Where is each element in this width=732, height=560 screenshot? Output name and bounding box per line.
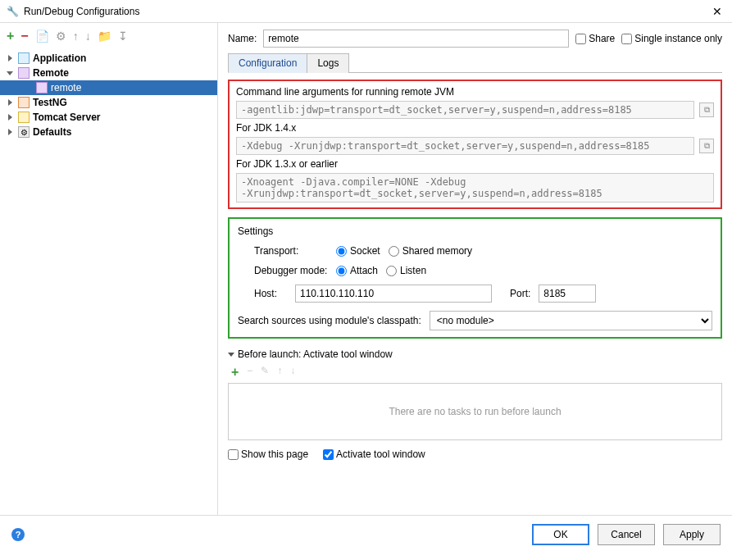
before-launch-header[interactable]: Before launch: Activate tool window (228, 348, 722, 360)
tree-label: TestNG (33, 97, 67, 108)
tree-node-remote[interactable]: remote (0, 80, 217, 95)
ok-button[interactable]: OK (532, 524, 589, 545)
tab-configuration[interactable]: Configuration (228, 53, 307, 73)
share-checkbox[interactable]: Share (575, 33, 615, 44)
settings-title: Settings (238, 225, 712, 237)
add-config-button[interactable]: + (7, 30, 14, 43)
tree-label: Application (33, 52, 86, 64)
tree-node-application[interactable]: Application (0, 51, 217, 66)
transport-socket-radio[interactable]: Socket (336, 245, 380, 257)
move-up-icon: ↑ (277, 365, 282, 380)
move-down-icon[interactable]: ↓ (85, 30, 91, 42)
edit-defaults-icon[interactable]: ⚙ (56, 30, 66, 42)
cmd-value-jdk13[interactable]: -Xnoagent -Djava.compiler=NONE -Xdebug -… (236, 173, 714, 203)
right-pane: Name: Share Single instance only Configu… (218, 23, 732, 515)
tree-label: Remote (33, 67, 69, 79)
chevron-right-icon[interactable] (5, 112, 15, 122)
name-input[interactable] (263, 30, 569, 48)
config-toolbar: + − 📄 ⚙ ↑ ↓ 📁 ↧ (0, 23, 217, 49)
edit-task-icon: ✎ (261, 365, 269, 380)
copy-icon[interactable]: ⧉ (699, 102, 714, 117)
copy-config-icon[interactable]: 📄 (35, 30, 49, 42)
settings-section: Settings Transport: Socket Shared memory… (228, 217, 722, 339)
transport-label: Transport: (238, 245, 328, 257)
cancel-button[interactable]: Cancel (598, 524, 655, 545)
classpath-label: Search sources using module's classpath: (238, 315, 421, 326)
show-this-page-checkbox[interactable]: Show this page (228, 448, 308, 460)
testng-icon (18, 97, 30, 108)
folder-icon[interactable]: 📁 (98, 30, 111, 42)
application-icon (18, 52, 30, 64)
tree-node-tomcat[interactable]: Tomcat Server (0, 110, 217, 125)
copy-icon[interactable]: ⧉ (699, 139, 714, 153)
mode-attach-radio[interactable]: Attach (336, 265, 378, 276)
cmd-value-main[interactable]: -agentlib:jdwp=transport=dt_socket,serve… (236, 101, 694, 119)
share-label: Share (589, 33, 615, 44)
app-icon: 🔧 (7, 6, 19, 17)
help-icon[interactable]: ? (11, 528, 25, 541)
remove-task-button: − (247, 365, 252, 380)
add-task-button[interactable]: + (231, 365, 239, 380)
tab-logs[interactable]: Logs (307, 53, 349, 73)
module-select[interactable]: <no module> (430, 311, 712, 330)
name-label: Name: (228, 33, 257, 44)
activate-tool-window-checkbox[interactable]: Activate tool window (323, 448, 425, 460)
chevron-right-icon[interactable] (5, 53, 15, 63)
chevron-down-icon (228, 353, 234, 357)
tabs: Configuration Logs (228, 52, 722, 73)
mode-label: Debugger mode: (238, 265, 328, 276)
host-label: Host: (238, 288, 287, 299)
tree-label: Defaults (33, 126, 71, 138)
empty-text: There are no tasks to run before launch (389, 406, 561, 417)
before-launch-title: Before launch: Activate tool window (238, 348, 393, 360)
move-down-icon: ↓ (290, 365, 295, 380)
single-instance-checkbox[interactable]: Single instance only (621, 33, 722, 44)
chevron-right-icon[interactable] (5, 127, 15, 137)
before-launch-toolbar: + − ✎ ↑ ↓ (228, 360, 722, 383)
chevron-right-icon[interactable] (5, 98, 15, 107)
config-tree[interactable]: Application Remote remote TestNG Tomcat … (0, 49, 217, 515)
window-title: Run/Debug Configurations (24, 6, 139, 17)
transport-shared-radio[interactable]: Shared memory (389, 245, 472, 257)
port-label: Port: (510, 288, 530, 299)
tomcat-icon (18, 112, 30, 123)
tree-node-testng[interactable]: TestNG (0, 95, 217, 110)
cmd-label-jdk14: For JDK 1.4.x (236, 122, 714, 134)
host-input[interactable] (295, 285, 492, 303)
left-pane: + − 📄 ⚙ ↑ ↓ 📁 ↧ Application Remote remot… (0, 23, 218, 515)
tree-node-remote-group[interactable]: Remote (0, 66, 217, 80)
gear-icon: ⚙ (18, 126, 30, 138)
remote-icon (18, 67, 30, 79)
mode-listen-radio[interactable]: Listen (386, 265, 426, 276)
sort-icon[interactable]: ↧ (118, 30, 128, 42)
close-icon[interactable]: ✕ (709, 5, 725, 18)
cmd-label-main: Command line arguments for running remot… (236, 86, 714, 98)
single-instance-label: Single instance only (634, 33, 722, 44)
move-up-icon[interactable]: ↑ (73, 30, 79, 42)
port-input[interactable] (539, 285, 596, 303)
tree-label: Tomcat Server (33, 112, 100, 123)
title-bar: 🔧 Run/Debug Configurations ✕ (0, 0, 732, 23)
dialog-footer: ? OK Cancel Apply (0, 515, 732, 553)
remove-config-button[interactable]: − (20, 30, 28, 43)
tree-label: remote (51, 82, 81, 93)
tasks-list-empty: There are no tasks to run before launch (228, 383, 722, 440)
remote-icon (36, 82, 48, 93)
command-line-section: Command line arguments for running remot… (228, 80, 722, 209)
before-launch-section: Before launch: Activate tool window + − … (228, 348, 722, 460)
cmd-label-jdk13: For JDK 1.3.x or earlier (236, 158, 714, 170)
apply-button[interactable]: Apply (663, 524, 721, 545)
cmd-value-jdk14[interactable]: -Xdebug -Xrunjdwp:transport=dt_socket,se… (236, 137, 694, 155)
tree-node-defaults[interactable]: ⚙ Defaults (0, 125, 217, 139)
chevron-down-icon[interactable] (5, 68, 15, 78)
